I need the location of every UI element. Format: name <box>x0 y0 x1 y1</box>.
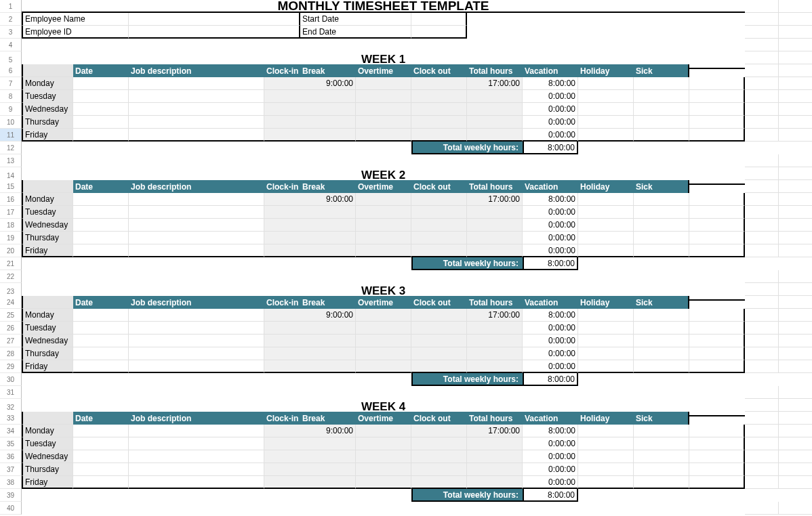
clock-out-cell[interactable] <box>467 322 523 335</box>
date-cell[interactable] <box>73 437 129 450</box>
blank-cell[interactable] <box>779 425 812 437</box>
clock-in-cell[interactable] <box>264 90 356 103</box>
job-desc-cell[interactable] <box>129 219 264 232</box>
job-desc-cell[interactable] <box>129 103 264 116</box>
date-cell[interactable] <box>73 360 129 373</box>
row-number[interactable]: 25 <box>0 309 22 322</box>
break-cell[interactable] <box>356 322 411 335</box>
clock-out-cell[interactable] <box>467 244 523 257</box>
date-cell[interactable] <box>73 335 129 347</box>
break-cell[interactable] <box>356 206 411 219</box>
row-number[interactable]: 15 <box>0 180 22 193</box>
blank-cell[interactable] <box>745 450 779 463</box>
overtime-cell[interactable] <box>411 129 467 142</box>
clock-out-cell[interactable] <box>467 347 523 360</box>
job-desc-cell[interactable] <box>129 425 264 437</box>
row-number[interactable]: 17 <box>0 206 22 219</box>
date-cell[interactable] <box>73 425 129 437</box>
clock-in-cell[interactable] <box>264 232 356 244</box>
date-cell[interactable] <box>73 103 129 116</box>
blank-cell[interactable] <box>745 296 779 309</box>
vacation-cell[interactable] <box>578 219 634 232</box>
start-date-field[interactable] <box>411 13 467 26</box>
blank-cell[interactable] <box>779 386 812 399</box>
vacation-cell[interactable] <box>578 437 634 450</box>
clock-in-cell[interactable] <box>264 116 356 129</box>
clock-in-cell[interactable] <box>264 244 356 257</box>
date-cell[interactable] <box>73 116 129 129</box>
date-cell[interactable] <box>73 450 129 463</box>
row-number[interactable]: 27 <box>0 335 22 347</box>
blank-cell[interactable] <box>745 347 779 360</box>
row-number[interactable]: 40 <box>0 502 22 515</box>
spreadsheet-grid[interactable]: 1MONTHLY TIMESHEET TEMPLATE2Employee Nam… <box>0 0 812 515</box>
blank-cell[interactable] <box>745 437 779 450</box>
row-number[interactable]: 22 <box>0 270 22 283</box>
blank-cell[interactable] <box>779 399 812 412</box>
overtime-cell[interactable] <box>411 309 467 322</box>
date-cell[interactable] <box>73 90 129 103</box>
clock-in-cell[interactable]: 9:00:00 <box>264 425 356 437</box>
holiday-cell[interactable] <box>634 463 689 476</box>
vacation-cell[interactable] <box>578 206 634 219</box>
vacation-cell[interactable] <box>578 450 634 463</box>
break-cell[interactable] <box>356 90 411 103</box>
blank-cell[interactable] <box>745 26 779 39</box>
holiday-cell[interactable] <box>634 116 689 129</box>
holiday-cell[interactable] <box>634 90 689 103</box>
job-desc-cell[interactable] <box>129 232 264 244</box>
blank-cell[interactable] <box>779 476 812 489</box>
date-cell[interactable] <box>73 232 129 244</box>
sick-cell[interactable] <box>689 360 745 373</box>
row-number[interactable]: 2 <box>0 13 22 26</box>
break-cell[interactable] <box>356 437 411 450</box>
vacation-cell[interactable] <box>578 463 634 476</box>
job-desc-cell[interactable] <box>129 244 264 257</box>
row-number[interactable]: 21 <box>0 257 22 270</box>
job-desc-cell[interactable] <box>129 193 264 206</box>
row-number[interactable]: 12 <box>0 142 22 154</box>
holiday-cell[interactable] <box>634 244 689 257</box>
holiday-cell[interactable] <box>634 232 689 244</box>
overtime-cell[interactable] <box>411 322 467 335</box>
holiday-cell[interactable] <box>634 77 689 90</box>
blank-cell[interactable] <box>745 463 779 476</box>
vacation-cell[interactable] <box>578 476 634 489</box>
row-number[interactable]: 8 <box>0 90 22 103</box>
vacation-cell[interactable] <box>578 244 634 257</box>
holiday-cell[interactable] <box>634 425 689 437</box>
row-number[interactable]: 34 <box>0 425 22 437</box>
blank-cell[interactable] <box>745 193 779 206</box>
break-cell[interactable] <box>356 219 411 232</box>
blank-cell[interactable] <box>745 39 779 51</box>
holiday-cell[interactable] <box>634 206 689 219</box>
holiday-cell[interactable] <box>634 450 689 463</box>
blank-cell[interactable] <box>745 283 779 296</box>
blank-cell[interactable] <box>779 296 812 309</box>
blank-cell[interactable] <box>779 502 812 515</box>
job-desc-cell[interactable] <box>129 463 264 476</box>
overtime-cell[interactable] <box>411 450 467 463</box>
holiday-cell[interactable] <box>634 437 689 450</box>
break-cell[interactable] <box>356 309 411 322</box>
end-date-field[interactable] <box>411 26 467 39</box>
clock-in-cell[interactable] <box>264 335 356 347</box>
row-number[interactable]: 38 <box>0 476 22 489</box>
blank-cell[interactable] <box>745 13 779 26</box>
blank-cell[interactable] <box>745 116 779 129</box>
clock-out-cell[interactable] <box>467 206 523 219</box>
date-cell[interactable] <box>73 77 129 90</box>
date-cell[interactable] <box>73 476 129 489</box>
blank-cell[interactable] <box>779 206 812 219</box>
row-number[interactable]: 28 <box>0 347 22 360</box>
blank-cell[interactable] <box>779 244 812 257</box>
blank-cell[interactable] <box>745 322 779 335</box>
clock-in-cell[interactable] <box>264 437 356 450</box>
sick-cell[interactable] <box>689 219 745 232</box>
clock-out-cell[interactable]: 17:00:00 <box>467 193 523 206</box>
vacation-cell[interactable] <box>578 129 634 142</box>
row-number[interactable]: 20 <box>0 244 22 257</box>
sick-cell[interactable] <box>689 347 745 360</box>
blank-cell[interactable] <box>779 13 812 26</box>
date-cell[interactable] <box>73 193 129 206</box>
